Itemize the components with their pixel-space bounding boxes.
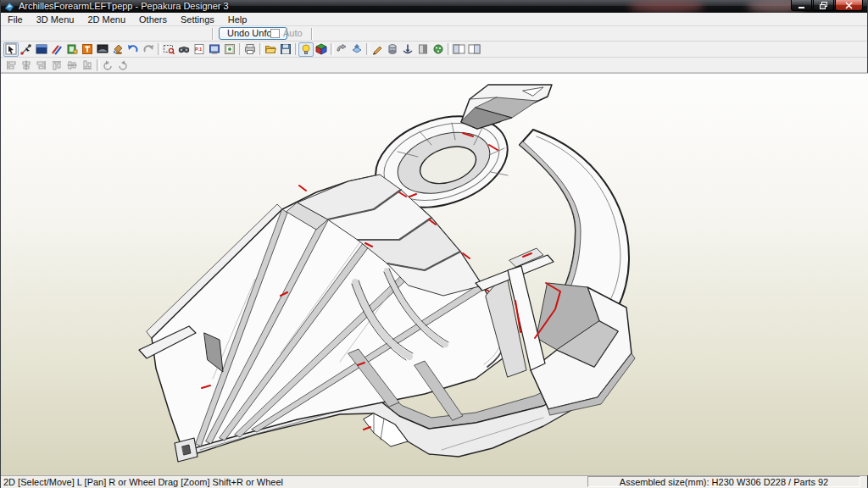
align-middle-h-icon xyxy=(66,59,78,71)
close-icon xyxy=(845,2,853,9)
dark-display-button[interactable] xyxy=(95,42,110,57)
move-shape-icon xyxy=(351,43,363,55)
rotate-ccw-icon xyxy=(102,59,114,71)
align-bottom-icon xyxy=(81,59,93,71)
light-toggle-button[interactable] xyxy=(298,42,314,57)
align-middle-h-button[interactable] xyxy=(64,58,80,72)
window-title: ArchillesForearmLEFTpepp - Pepakura Desi… xyxy=(19,1,229,11)
page-p1-label: P.1 xyxy=(195,47,202,52)
print-icon xyxy=(244,43,256,55)
assembled-size-pane: Assembled size(mm): H230 W306 D228 / Par… xyxy=(587,476,860,487)
select-move-icon xyxy=(5,43,17,55)
edge-select-icon xyxy=(20,43,32,55)
forearm-armor-3d-model xyxy=(1,74,868,476)
sphere-dots-icon xyxy=(432,43,444,55)
panel-icon xyxy=(417,43,429,55)
restore-icon xyxy=(820,2,827,9)
redo-icon xyxy=(142,43,154,55)
align-top-icon xyxy=(51,59,63,71)
text-tool-icon xyxy=(81,43,93,55)
align-center-v-icon xyxy=(20,59,32,71)
align-bottom-button[interactable] xyxy=(80,58,95,72)
anchor-down-button[interactable] xyxy=(400,42,415,57)
show-3d-window-button[interactable] xyxy=(451,42,466,57)
pencil-colors-button[interactable] xyxy=(49,42,64,57)
anchor-down-icon xyxy=(402,43,414,55)
undo-icon xyxy=(127,43,139,55)
rotate-cw-90-button[interactable] xyxy=(115,58,131,72)
edit-object-button[interactable] xyxy=(64,42,80,57)
light-bulb-icon xyxy=(300,43,312,55)
panel-view-button[interactable] xyxy=(415,42,431,57)
undo-button[interactable] xyxy=(125,42,141,57)
save-file-button[interactable] xyxy=(278,42,293,57)
title-bar[interactable]: ArchillesForearmLEFTpepp - Pepakura Desi… xyxy=(1,0,867,13)
minimize-button[interactable] xyxy=(791,0,812,11)
dark-display-icon xyxy=(97,43,108,55)
cylinder-icon xyxy=(387,43,398,55)
rotate-shape-icon xyxy=(336,43,348,55)
align-center-v-button[interactable] xyxy=(19,58,34,72)
menu-3d-menu[interactable]: 3D Menu xyxy=(30,14,81,25)
align-toolbar xyxy=(1,58,867,73)
rotate-mode-button[interactable] xyxy=(334,42,349,57)
minimize-icon xyxy=(798,2,805,9)
print-preview-icon xyxy=(209,43,220,55)
toolbar-separator xyxy=(212,28,214,40)
align-left-button[interactable] xyxy=(3,58,19,72)
open-file-button[interactable] xyxy=(263,42,278,57)
auto-checkbox-label: Auto xyxy=(283,28,303,38)
color-cube-icon xyxy=(315,43,327,55)
layout-2d-window-icon xyxy=(468,43,481,55)
zoom-region-button[interactable] xyxy=(161,42,176,57)
auto-checkbox[interactable] xyxy=(270,29,280,38)
material-box-icon xyxy=(224,43,236,55)
menu-help[interactable]: Help xyxy=(221,14,254,25)
edit-object-icon xyxy=(66,43,78,55)
zoom-region-icon xyxy=(163,43,175,55)
material-box-button[interactable] xyxy=(222,42,237,57)
pen-edit-button[interactable] xyxy=(370,42,385,57)
open-folder-icon xyxy=(264,43,276,55)
align-right-button[interactable] xyxy=(34,58,49,72)
print-button[interactable] xyxy=(242,42,258,57)
texture-window-icon xyxy=(36,43,47,55)
rotate-cw-icon xyxy=(117,59,129,71)
pencil-colors-icon xyxy=(51,43,63,55)
save-floppy-icon xyxy=(280,43,292,55)
menu-file[interactable]: File xyxy=(1,14,30,25)
toolbar-separator xyxy=(311,28,313,40)
unfold-toolbar: Undo Unfold Auto xyxy=(1,26,867,42)
print-preview-button[interactable] xyxy=(207,42,222,57)
page-p1-button[interactable]: P.1 xyxy=(192,42,207,57)
select-move-tool-button[interactable] xyxy=(3,42,19,57)
layout-3d-window-icon xyxy=(453,43,465,55)
edge-select-tool-button[interactable] xyxy=(19,42,34,57)
menu-others[interactable]: Others xyxy=(132,14,174,25)
3d-viewport[interactable] xyxy=(1,73,868,475)
menu-settings[interactable]: Settings xyxy=(174,14,221,25)
close-button[interactable] xyxy=(835,0,863,11)
texture-display-button[interactable] xyxy=(314,42,329,57)
align-top-button[interactable] xyxy=(49,58,64,72)
pepakura-window: ArchillesForearmLEFTpepp - Pepakura Desi… xyxy=(0,0,868,488)
align-right-icon xyxy=(36,59,47,71)
maximize-button[interactable] xyxy=(813,0,834,11)
status-hint-text: 2D [Select/Move] L [Pan] R or Wheel Drag… xyxy=(3,477,283,487)
cylinder-view-button[interactable] xyxy=(385,42,400,57)
menu-bar: File 3D Menu 2D Menu Others Settings Hel… xyxy=(1,13,867,26)
fit-view-button[interactable] xyxy=(176,42,192,57)
redo-button[interactable] xyxy=(141,42,156,57)
menu-2d-menu[interactable]: 2D Menu xyxy=(81,14,132,25)
text-tool-button[interactable] xyxy=(80,42,95,57)
fit-view-binoculars-icon xyxy=(178,43,190,55)
rotate-ccw-90-button[interactable] xyxy=(100,58,115,72)
show-2d-window-button[interactable] xyxy=(466,42,481,57)
paint-bucket-button[interactable] xyxy=(110,42,125,57)
texture-window-button[interactable] xyxy=(34,42,49,57)
pen-icon xyxy=(371,43,383,55)
sphere-points-button[interactable] xyxy=(431,42,446,57)
align-left-icon xyxy=(5,59,17,71)
main-toolbar: P.1 xyxy=(1,42,867,58)
move-mode-button[interactable] xyxy=(349,42,364,57)
